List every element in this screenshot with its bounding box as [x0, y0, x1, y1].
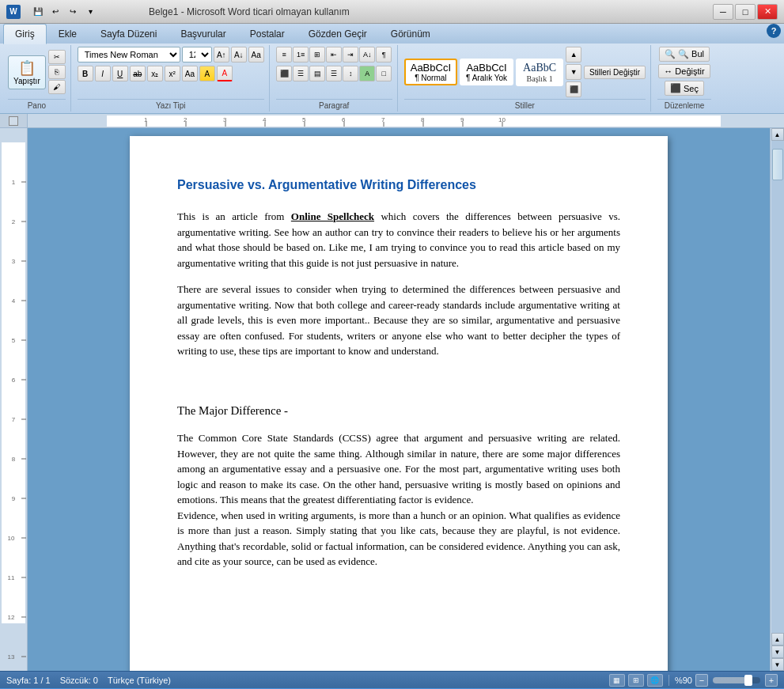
maximize-btn[interactable]: □ — [735, 4, 756, 20]
shading-btn[interactable]: A — [359, 66, 375, 81]
font-name-select[interactable]: Times New Roman — [78, 47, 180, 62]
svg-text:12: 12 — [8, 614, 15, 621]
scroll-down-down[interactable]: ▼ — [771, 645, 784, 658]
zoom-plus-btn[interactable]: + — [765, 674, 778, 687]
svg-text:2: 2 — [12, 218, 16, 225]
decrease-indent-btn[interactable]: ⇤ — [326, 47, 342, 62]
tab-sayfa-duzeni[interactable]: Sayfa Düzeni — [89, 24, 169, 44]
text-case-btn[interactable]: Aa — [182, 66, 198, 81]
change-styles-btn[interactable]: Stilleri Değiştir — [584, 66, 646, 79]
multilevel-btn[interactable]: ⊞ — [309, 47, 325, 62]
numbering-btn[interactable]: 1≡ — [293, 47, 309, 62]
svg-text:6: 6 — [342, 116, 346, 123]
save-quick-btn[interactable]: 💾 — [30, 4, 46, 20]
font-format-row: B I U ab x₂ x² Aa A A — [78, 66, 233, 81]
zoom-handle[interactable] — [744, 675, 752, 686]
svg-text:4: 4 — [12, 297, 16, 305]
select-btn[interactable]: ⬛ Seç — [665, 81, 704, 96]
highlight-btn[interactable]: A — [199, 66, 215, 81]
grow-font-btn[interactable]: A↑ — [214, 47, 229, 62]
svg-text:11: 11 — [8, 574, 15, 581]
paragraph-2: There are several issues to consider whe… — [177, 282, 620, 359]
editing-label: Düzenleme — [657, 99, 711, 110]
svg-text:10: 10 — [498, 116, 506, 123]
cut-btn[interactable]: ✂ — [48, 50, 66, 64]
paste-icon: 📋 — [18, 59, 36, 77]
ruler-area: 1 2 3 4 5 6 7 8 9 10 — [0, 114, 784, 128]
style-heading1[interactable]: AaBbC Başlık 1 — [516, 59, 563, 86]
font-color-btn[interactable]: A — [217, 66, 233, 81]
style-normal[interactable]: AaBbCcI ¶ Normal — [404, 59, 457, 85]
line-spacing-btn[interactable]: ↕ — [343, 66, 358, 81]
align-left-btn[interactable]: ⬛ — [276, 66, 292, 81]
replace-btn[interactable]: ↔ Değiştir — [658, 64, 710, 78]
styles-scroll-down[interactable]: ▼ — [566, 64, 581, 80]
svg-text:5: 5 — [12, 337, 16, 344]
shrink-font-btn[interactable]: A↓ — [231, 47, 247, 62]
align-center-btn[interactable]: ☰ — [293, 66, 309, 81]
copy-btn[interactable]: ⎘ — [48, 65, 66, 79]
scroll-thumb[interactable] — [772, 149, 783, 180]
tab-giris[interactable]: Giriş — [3, 24, 47, 44]
redo-quick-btn[interactable]: ↪ — [65, 4, 81, 20]
superscript-btn[interactable]: x² — [165, 66, 180, 81]
list-buttons-row: ≡ 1≡ ⊞ ⇤ ⇥ A↓ ¶ — [276, 47, 392, 62]
help-btn[interactable]: ? — [767, 24, 781, 38]
main-area: 1 2 3 4 5 6 7 8 9 10 11 — [0, 128, 784, 671]
tab-gorunum[interactable]: Görünüm — [379, 24, 442, 44]
zoom-fill — [713, 677, 748, 683]
strikethrough-btn[interactable]: ab — [130, 66, 146, 81]
format-painter-btn[interactable]: 🖌 — [48, 80, 66, 94]
svg-text:2: 2 — [184, 116, 187, 123]
view-web-btn[interactable]: 🌐 — [647, 674, 663, 687]
spellcheck-link: Online Spellcheck — [291, 210, 374, 222]
close-btn[interactable]: ✕ — [757, 4, 778, 20]
scroll-page-down[interactable]: ▼ — [771, 658, 784, 671]
clear-format-btn[interactable]: Aa — [248, 47, 264, 62]
bullets-btn[interactable]: ≡ — [276, 47, 292, 62]
scroll-down-up[interactable]: ▲ — [771, 633, 784, 645]
increase-indent-btn[interactable]: ⇥ — [343, 47, 358, 62]
title-bar: W 💾 ↩ ↪ ▾ Belge1 - Microsoft Word ticari… — [0, 0, 784, 24]
zoom-track[interactable] — [713, 677, 760, 683]
show-marks-btn[interactable]: ¶ — [376, 47, 392, 62]
ruler-corner — [0, 114, 28, 128]
view-fullscreen-btn[interactable]: ⊞ — [628, 674, 644, 687]
border-btn[interactable]: □ — [376, 66, 392, 81]
style-nospacing[interactable]: AaBbCcI ¶ Aralık Yok — [460, 59, 513, 85]
ribbon-tabs: Giriş Ekle Sayfa Düzeni Başvurular Posta… — [0, 24, 784, 44]
status-divider — [668, 675, 669, 686]
tab-postalar[interactable]: Postalar — [238, 24, 297, 44]
styles-more-btn[interactable]: ⬛ — [566, 81, 581, 97]
tab-ekle[interactable]: Ekle — [47, 24, 89, 44]
align-right-btn[interactable]: ▤ — [309, 66, 325, 81]
zoom-minus-btn[interactable]: − — [695, 674, 708, 687]
document-scroll-area[interactable]: Persuasive vs. Argumentative Writing Dif… — [28, 128, 770, 671]
italic-btn[interactable]: I — [95, 66, 111, 81]
dropdown-quick-btn[interactable]: ▾ — [82, 4, 98, 20]
clipboard-group: 📋 Yapıştır ✂ ⎘ 🖌 Pano — [3, 45, 71, 112]
vertical-ruler: 1 2 3 4 5 6 7 8 9 10 11 — [0, 128, 28, 671]
font-group: Times New Roman 12 A↑ A↓ Aa B I U ab x₂ … — [73, 45, 270, 112]
clipboard-label: Pano — [8, 99, 66, 110]
language-info: Türkçe (Türkiye) — [108, 676, 171, 685]
undo-quick-btn[interactable]: ↩ — [47, 4, 63, 20]
scroll-track[interactable] — [771, 141, 784, 633]
sort-btn[interactable]: A↓ — [359, 47, 375, 62]
zoom-level: %90 — [675, 676, 692, 685]
bold-btn[interactable]: B — [78, 66, 93, 81]
styles-scroll-up[interactable]: ▲ — [566, 47, 581, 62]
minimize-btn[interactable]: ─ — [713, 4, 733, 20]
scroll-up-btn[interactable]: ▲ — [771, 128, 784, 141]
justify-btn[interactable]: ☰ — [326, 66, 342, 81]
subscript-btn[interactable]: x₂ — [147, 66, 163, 81]
title-bar-title: Belge1 - Microsoft Word ticari olmayan k… — [149, 6, 350, 17]
font-size-select[interactable]: 12 — [182, 47, 212, 62]
view-normal-btn[interactable]: ▦ — [609, 674, 625, 687]
editing-group: 🔍 🔍 Bul ↔ Değiştir ⬛ Seç Düzenleme — [653, 45, 716, 112]
tab-basvurular[interactable]: Başvurular — [169, 24, 237, 44]
paste-button[interactable]: 📋 Yapıştır — [8, 55, 46, 89]
find-btn[interactable]: 🔍 🔍 Bul — [659, 47, 710, 62]
underline-btn[interactable]: U — [112, 66, 128, 81]
tab-gozden-gecir[interactable]: Gözden Geçir — [297, 24, 379, 44]
